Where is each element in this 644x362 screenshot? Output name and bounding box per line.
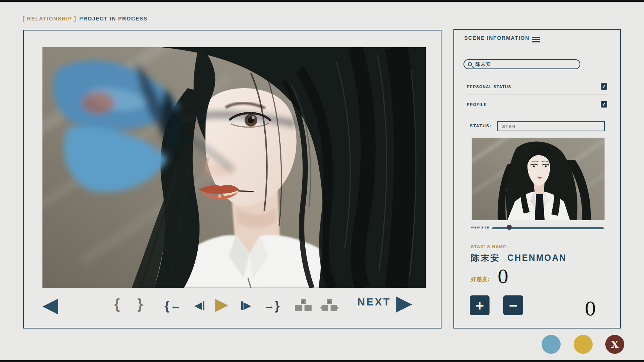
next-label: NEXT (357, 296, 391, 308)
search-box[interactable] (463, 59, 580, 69)
plus-icon: + (475, 298, 484, 313)
breadcrumb: [ RELATIONSHIP ]PROJECT IN PROCESS (23, 16, 147, 22)
brace-close-button[interactable]: } (137, 297, 143, 311)
personal-status-checkbox[interactable]: ✓ (601, 83, 607, 90)
jump-start-arrow-icon: ← (170, 300, 181, 311)
screen-top-edge (0, 0, 644, 2)
jump-to-start-button[interactable]: { ← (165, 299, 181, 312)
step-forward-button[interactable]: ▶ (241, 301, 251, 311)
play-icon: ▶ (215, 294, 228, 314)
step-back-triangle-icon: ◀ (194, 301, 202, 311)
profile-checkbox[interactable]: ✓ (601, 101, 607, 108)
jump-end-brace-icon: } (275, 299, 280, 312)
back-button[interactable]: ◀ (42, 295, 58, 315)
star-name-label: STAR' S NAME: (471, 244, 508, 249)
status-label: STATUS: (470, 124, 492, 128)
scene-information-panel: SCENE INFORMATION PERSONAL STATUS ✓ PROF… (453, 29, 621, 329)
star-name-cn: 陈末安 (471, 253, 500, 263)
increase-button[interactable]: + (470, 295, 490, 315)
divider (467, 94, 608, 95)
character-portrait (472, 138, 605, 220)
step-back-bar-icon (203, 301, 204, 310)
window-dot-blue[interactable] (542, 335, 561, 354)
close-icon: X (611, 339, 618, 350)
view-size-slider-handle[interactable] (507, 225, 512, 230)
check-icon: ✓ (602, 102, 606, 107)
brace-open-icon: { (114, 296, 120, 312)
next-triangle-icon: ▶ (396, 291, 412, 314)
view-size-label: VIEW SIZE (471, 226, 489, 229)
brace-close-icon: } (137, 296, 143, 312)
window-dot-gold[interactable] (574, 335, 593, 354)
scene-layout-icon (295, 299, 312, 312)
relationship-label: [ RELATIONSHIP ] (23, 16, 76, 22)
page-title: PROJECT IN PROCESS (79, 16, 147, 22)
scene-information-title: SCENE INFORMATION (464, 35, 529, 41)
scene-layout-alt-button[interactable] (320, 299, 339, 313)
star-name: 陈末安CHENMOAN (471, 252, 567, 264)
app-root: { "colors": { "navy": "#2e4f66", "gold":… (0, 0, 644, 362)
jump-end-arrow-icon: → (264, 300, 274, 311)
scene-layout-alt-icon (320, 299, 339, 312)
jump-to-end-button[interactable]: → } (264, 299, 280, 312)
jump-start-brace-icon: { (165, 299, 169, 312)
close-button[interactable]: X (605, 335, 624, 354)
screen-bottom-edge (0, 360, 644, 362)
step-forward-triangle-icon: ▶ (243, 301, 251, 311)
star-name-en: CHENMOAN (507, 253, 567, 263)
check-icon: ✓ (602, 84, 606, 89)
personal-status-label: PERSONAL STATUS (467, 84, 511, 89)
profile-label: PROFILE (467, 102, 487, 107)
next-button[interactable]: NEXT (357, 297, 391, 307)
minus-icon: − (509, 298, 517, 313)
favorability-value: 0 (497, 266, 509, 287)
play-button[interactable]: ▶ (215, 295, 228, 313)
back-icon: ◀ (42, 294, 58, 316)
brace-open-button[interactable]: { (114, 297, 120, 311)
favorability-label: 好感度: (471, 276, 490, 283)
menu-icon[interactable] (532, 37, 540, 44)
scene-illustration (42, 47, 426, 288)
status-input[interactable] (497, 121, 605, 131)
search-icon (468, 62, 472, 66)
next-triangle-button[interactable]: ▶ (396, 292, 412, 313)
counter-value: 0 (584, 298, 596, 320)
search-input[interactable] (475, 61, 568, 67)
stage-panel: ◀ { } { ← ◀ ▶ ▶ → } NEXT (23, 30, 441, 329)
decrease-button[interactable]: − (503, 295, 523, 315)
scene-layout-button[interactable] (295, 299, 312, 313)
step-forward-bar-icon (241, 301, 243, 310)
step-back-button[interactable]: ◀ (194, 301, 204, 311)
